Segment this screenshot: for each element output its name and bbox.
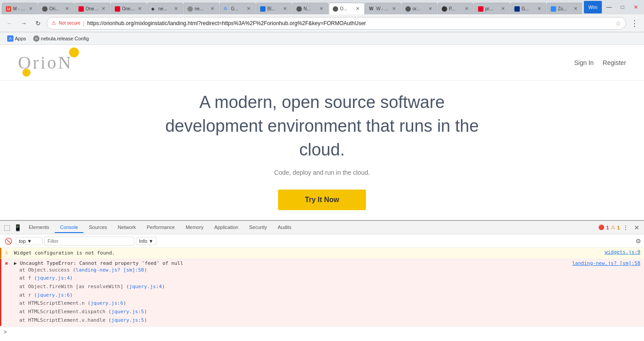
tab-nebula[interactable]: ne... ✕	[183, 3, 219, 14]
bookmark-apps-label: Apps	[15, 36, 26, 41]
menu-button[interactable]: ⋮	[629, 17, 640, 29]
error-icon: 🔴	[598, 224, 605, 230]
back-button[interactable]: ←	[4, 17, 15, 29]
tab-close-paypal[interactable]: ✕	[536, 5, 542, 12]
tab-gmail[interactable]: M M - Gmail ✕	[2, 3, 38, 14]
error-count: 1	[606, 225, 609, 230]
site-header: OrioN Sign In Register	[0, 45, 644, 81]
error-source[interactable]: landing-new.js? [sm]:58	[568, 260, 640, 266]
warning-icon: ⚠	[5, 249, 11, 255]
tab-close-github[interactable]: ✕	[464, 5, 470, 12]
devtools-tab-network[interactable]: Network	[113, 222, 141, 233]
tab-n[interactable]: N... ✕	[292, 3, 328, 14]
tab-close-oneplus1[interactable]: ✕	[100, 5, 106, 12]
console-prompt: >	[4, 329, 7, 335]
tab-orion1[interactable]: Ori... ✕	[38, 3, 74, 14]
reload-button[interactable]: ↻	[32, 17, 44, 29]
console-input[interactable]	[9, 329, 640, 335]
console-input-row: >	[0, 326, 644, 337]
tab-diamond[interactable]: ◆ ne... ✕	[147, 3, 183, 14]
tab-close-blue[interactable]: ✕	[282, 5, 288, 12]
tab-close-wiki[interactable]: ✕	[391, 5, 397, 12]
info-level-label: Info	[139, 238, 147, 244]
devtools-tab-sources[interactable]: Sources	[83, 222, 112, 233]
warning-source[interactable]: widgets.js:9	[600, 249, 640, 255]
tab-oneplus-pr[interactable]: pr... ✕	[474, 3, 510, 14]
tab-close-oneplus-pr[interactable]: ✕	[500, 5, 506, 12]
tab-zoom[interactable]: Zo... ✕	[547, 3, 582, 14]
bookmark-star[interactable]: ☆	[615, 20, 621, 27]
bookmark-apps[interactable]: A Apps	[4, 35, 29, 43]
tab-close-orion1[interactable]: ✕	[64, 5, 70, 12]
stack-link-5[interactable]: jquery.js:6	[91, 300, 123, 306]
stack-link-2[interactable]: jquery.js:4	[37, 275, 70, 281]
console-settings-button[interactable]: ⚙	[635, 237, 641, 245]
stack-link-7[interactable]: jquery.js:5	[111, 317, 144, 323]
apps-favicon: A	[7, 35, 13, 42]
tab-or[interactable]: or... ✕	[401, 3, 437, 14]
tab-close-diamond[interactable]: ✕	[173, 5, 179, 12]
window-control-wim[interactable]: Wim	[584, 1, 602, 13]
stack-link-1[interactable]: landing-new.js? [sm]:58	[76, 267, 144, 273]
tab-strip: M M - Gmail ✕ Ori... ✕ OnePlus C... ✕ On…	[2, 0, 582, 14]
tab-oneplus2[interactable]: OnePlus C... ✕	[111, 3, 147, 14]
info-level-selector[interactable]: Info ▼	[136, 237, 157, 245]
tab-close-n[interactable]: ✕	[318, 5, 324, 12]
tab-close-or[interactable]: ✕	[427, 5, 433, 12]
devtools-inspect-button[interactable]: ⬚	[2, 222, 12, 233]
tab-wiki[interactable]: W W - Al... ✕	[365, 3, 401, 14]
site-nav: Sign In Register	[574, 59, 626, 66]
logo-dot-bottom	[22, 69, 30, 77]
devtools-device-button[interactable]: 📱	[12, 223, 23, 232]
website-content: OrioN Sign In Register A modern, open so…	[0, 45, 644, 220]
hero-subtitle: Code, deploy and run in the cloud.	[274, 169, 370, 176]
stack-link-4[interactable]: jquery.js:6	[37, 292, 70, 298]
devtools-tab-performance[interactable]: Performance	[141, 222, 180, 233]
sign-in-link[interactable]: Sign In	[574, 59, 594, 66]
tab-close-zoom[interactable]: ✕	[573, 5, 579, 12]
warning-text: Widget configuration is not found.	[14, 249, 600, 257]
devtools-tab-elements[interactable]: Elements	[23, 222, 55, 233]
devtools-tab-application[interactable]: Application	[209, 222, 244, 233]
stack-link-6[interactable]: jquery.js:5	[111, 309, 144, 315]
forward-button[interactable]: →	[18, 17, 30, 29]
devtools-tabs: ⬚ 📱 Elements Console Sources Network Per…	[0, 221, 644, 234]
tab-google[interactable]: G G... ✕	[220, 3, 256, 14]
site-logo: OrioN	[18, 52, 71, 73]
address-bar[interactable]: ⚠ Not secure | https://orionhub.org/mixl…	[47, 17, 626, 30]
context-dropdown-arrow: ▼	[27, 238, 32, 244]
address-bar-row: ← → ↻ ⚠ Not secure | https://orionhub.or…	[0, 14, 644, 32]
url-text[interactable]: https://orionhub.org/mixloginstatic/land…	[87, 20, 613, 26]
window-close[interactable]: ✕	[630, 1, 642, 13]
devtools-close-button[interactable]: ✕	[631, 224, 642, 231]
tab-blue[interactable]: Bl... ✕	[256, 3, 292, 14]
tab-close-gmail[interactable]: ✕	[28, 5, 34, 12]
tab-close-orion-active[interactable]: ✕	[355, 5, 361, 12]
register-link[interactable]: Register	[603, 59, 626, 66]
window-minimize[interactable]: —	[603, 1, 615, 13]
not-secure-label: Not secure	[59, 21, 80, 26]
tab-close-nebula[interactable]: ✕	[209, 5, 215, 12]
devtools-tab-memory[interactable]: Memory	[180, 222, 209, 233]
bookmark-nebula[interactable]: n nebula.release Config	[30, 35, 91, 43]
error-main-text[interactable]: ▶ Uncaught TypeError: Cannot read proper…	[14, 260, 568, 266]
console-filter-input[interactable]	[44, 237, 134, 246]
console-clear-button[interactable]: 🚫	[3, 237, 14, 246]
context-selector[interactable]: top ▼	[16, 237, 43, 245]
stack-link-3[interactable]: jquery.js:4	[129, 284, 162, 289]
try-it-now-button[interactable]: Try It Now	[278, 190, 366, 210]
devtools-tab-security[interactable]: Security	[244, 222, 272, 233]
tab-github[interactable]: P... ✕	[438, 3, 474, 14]
devtools-tab-audits[interactable]: Audits	[272, 222, 297, 233]
tab-paypal[interactable]: G... ✕	[510, 3, 546, 14]
browser-frame: M M - Gmail ✕ Ori... ✕ OnePlus C... ✕ On…	[0, 0, 644, 341]
warn-icon: ⚠	[611, 224, 615, 230]
tab-orion-active[interactable]: O... ✕	[329, 3, 365, 14]
tab-close-google[interactable]: ✕	[246, 5, 252, 12]
devtools-more-menu[interactable]: ⋮	[620, 224, 631, 231]
devtools-tab-console[interactable]: Console	[55, 222, 83, 233]
window-controls: Wim — □ ✕	[584, 1, 642, 13]
tab-oneplus1[interactable]: OnePlus C... ✕	[74, 3, 110, 14]
tab-close-oneplus2[interactable]: ✕	[137, 5, 143, 12]
window-maximize[interactable]: □	[616, 1, 629, 13]
